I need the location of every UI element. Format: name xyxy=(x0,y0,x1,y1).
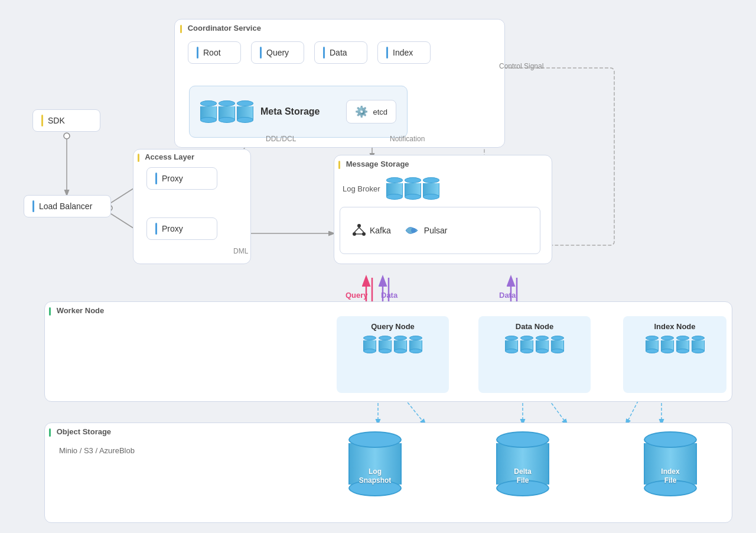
lb-db3 xyxy=(423,177,439,200)
barrel-top-3 xyxy=(644,431,697,448)
message-storage-label: Message Storage xyxy=(338,160,409,169)
kafka-label: Kafka xyxy=(370,226,391,235)
proxy2-label: Proxy xyxy=(162,224,183,233)
meta-storage-label: Meta Storage xyxy=(260,106,339,117)
delta-file-label: DeltaFile xyxy=(514,467,531,486)
index-node-dbs xyxy=(629,336,721,353)
barrel-top-1 xyxy=(348,431,402,448)
svg-point-28 xyxy=(357,224,361,228)
log-broker-dbs xyxy=(386,177,439,200)
query-coord-label: Query xyxy=(266,48,289,57)
svg-line-32 xyxy=(359,228,364,232)
query-node-label: Query Node xyxy=(343,322,443,331)
control-signal-label: Control Signal xyxy=(499,62,543,70)
qn-db2 xyxy=(379,336,392,353)
barrel-top-2 xyxy=(496,431,549,448)
in-db3 xyxy=(676,336,689,353)
lb-accent xyxy=(32,200,34,212)
qn-db3 xyxy=(394,336,407,353)
meta-storage-box: Meta Storage ⚙️ etcd xyxy=(189,86,408,138)
query-arrow-label: Query xyxy=(346,291,368,300)
index-coord-node: Index xyxy=(377,41,431,64)
data-node-label: Data Node xyxy=(484,322,585,331)
dn-db4 xyxy=(551,336,564,353)
query-coord-accent xyxy=(260,47,262,58)
proxy1-node: Proxy xyxy=(146,167,217,190)
index-file-barrel: IndexFile xyxy=(644,431,697,496)
diagram-container: SDK Load Balancer Access Layer Proxy Pro… xyxy=(0,0,756,533)
query-coord-node: Query xyxy=(251,41,304,64)
data-node-dbs xyxy=(484,336,585,353)
sdk-node: SDK xyxy=(32,109,100,132)
dml-label: DML xyxy=(233,247,248,255)
index-node-box: Index Node xyxy=(623,316,726,393)
index-node-label: Index Node xyxy=(629,322,721,331)
notification-label: Notification xyxy=(390,135,425,143)
in-db2 xyxy=(661,336,674,353)
qn-db4 xyxy=(409,336,422,353)
root-label: Root xyxy=(203,48,221,57)
load-balancer-node: Load Balancer xyxy=(24,195,111,217)
log-broker-area: Log Broker xyxy=(343,177,439,200)
etcd-box: ⚙️ etcd xyxy=(346,100,396,124)
lb-db2 xyxy=(405,177,421,200)
lb-label: Load Balancer xyxy=(39,202,92,211)
svg-point-34 xyxy=(411,228,416,233)
kafka-icon xyxy=(352,223,366,238)
data-arrow-label2: Data xyxy=(499,291,516,300)
etcd-icon: ⚙️ xyxy=(355,105,368,118)
svg-line-31 xyxy=(354,228,359,232)
data-coord-accent xyxy=(323,47,325,58)
root-node: Root xyxy=(188,41,241,64)
qn-db1 xyxy=(363,336,376,353)
db3 xyxy=(237,100,253,123)
db2 xyxy=(219,100,235,123)
worker-node-label: Worker Node xyxy=(49,306,104,316)
proxy1-accent xyxy=(155,173,157,184)
data-node-box: Data Node xyxy=(478,316,591,393)
in-db1 xyxy=(646,336,659,353)
index-file-label: IndexFile xyxy=(661,467,679,486)
pulsar-icon xyxy=(403,223,421,238)
data-coord-node: Data xyxy=(314,41,367,64)
pulsar-item: Pulsar xyxy=(403,223,448,238)
sdk-accent xyxy=(41,115,43,126)
kafka-item: Kafka xyxy=(352,223,391,238)
pulsar-label: Pulsar xyxy=(424,226,448,235)
lb-db1 xyxy=(386,177,403,200)
log-snapshot-barrel: LogSnapshot xyxy=(348,431,402,496)
kafka-pulsar-box: Kafka Pulsar xyxy=(340,207,540,254)
etcd-label: etcd xyxy=(373,108,387,116)
query-node-box: Query Node xyxy=(337,316,449,393)
proxy2-accent xyxy=(155,223,157,235)
data-coord-label: Data xyxy=(330,48,347,57)
object-storage-subtitle: Minio / S3 / AzureBlob xyxy=(59,446,135,455)
coordinator-label: Coordinator Service xyxy=(180,24,261,33)
dn-db2 xyxy=(520,336,533,353)
data-arrow-label1: Data xyxy=(381,291,397,300)
log-snapshot-label: LogSnapshot xyxy=(359,467,392,486)
ddl-dcl-label: DDL/DCL xyxy=(266,135,296,143)
sdk-label: SDK xyxy=(48,116,65,125)
dn-db1 xyxy=(505,336,518,353)
index-coord-label: Index xyxy=(393,48,413,57)
index-coord-accent xyxy=(386,47,388,58)
access-layer-label: Access Layer xyxy=(138,152,194,162)
proxy1-label: Proxy xyxy=(162,174,183,183)
query-node-dbs xyxy=(343,336,443,353)
log-broker-label: Log Broker xyxy=(343,184,380,193)
proxy2-node: Proxy xyxy=(146,217,217,240)
object-storage-label: Object Storage xyxy=(49,427,111,437)
dn-db3 xyxy=(536,336,549,353)
in-db4 xyxy=(692,336,705,353)
delta-file-barrel: DeltaFile xyxy=(496,431,549,496)
meta-db-group xyxy=(200,100,253,123)
root-accent xyxy=(197,47,198,58)
db1 xyxy=(200,100,217,123)
svg-point-26 xyxy=(64,133,70,139)
